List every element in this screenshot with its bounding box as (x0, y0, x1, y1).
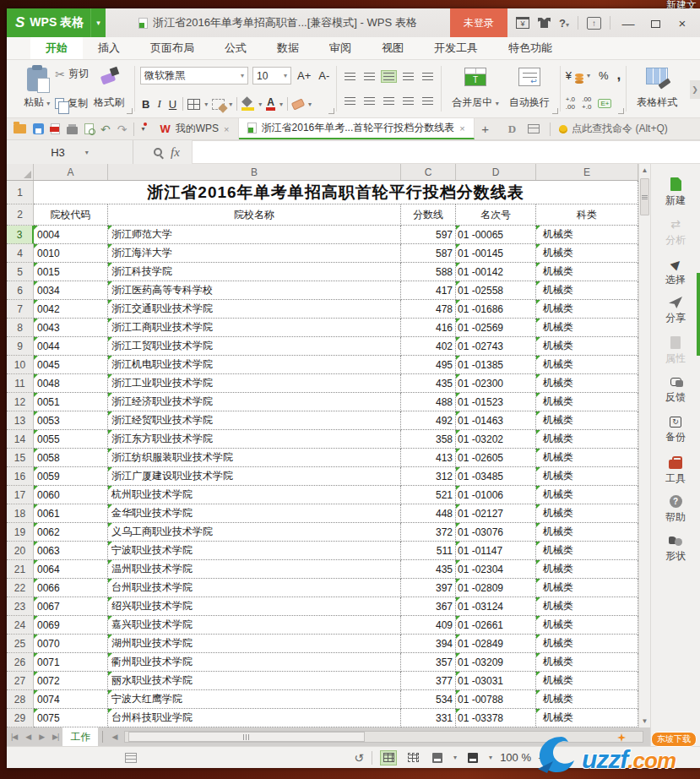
italic-button[interactable]: I (155, 97, 162, 111)
header-cell[interactable]: 院校代码 (34, 204, 108, 226)
cell-school-name[interactable]: 浙江工商职业技术学院 (108, 319, 401, 337)
cell-category[interactable]: 机械类 (536, 263, 638, 281)
cell-code[interactable]: 0053 (34, 411, 108, 430)
row-header[interactable]: 7 (7, 300, 34, 319)
cell-rank[interactable]: 01 -01686 (456, 300, 536, 319)
chevron-down-icon[interactable]: ▾ (90, 8, 100, 37)
row-header[interactable]: 5 (7, 263, 34, 281)
row-header[interactable]: 18 (7, 504, 34, 523)
open-file-icon[interactable] (14, 124, 26, 133)
cell-score[interactable]: 372 (401, 523, 456, 542)
cell-code[interactable]: 0072 (34, 672, 108, 690)
row-header[interactable]: 16 (7, 467, 34, 486)
cell-rank[interactable]: 01 -03485 (456, 467, 536, 486)
currency-format-button[interactable]: ¥▾ (566, 69, 590, 82)
search-icon[interactable] (154, 148, 162, 156)
cell-code[interactable]: 0067 (34, 597, 108, 616)
header-cell[interactable]: 院校名称 (108, 204, 401, 226)
cell-code[interactable]: 0075 (34, 709, 108, 727)
header-cell[interactable]: 分数线 (401, 204, 456, 226)
row-header[interactable]: 26 (7, 653, 34, 672)
cell-score[interactable]: 587 (401, 244, 456, 263)
scroll-up-icon[interactable]: ▲ (639, 164, 650, 177)
header-cell[interactable]: 名次号 (456, 204, 536, 226)
row-header[interactable]: 29 (7, 709, 34, 727)
bold-button[interactable]: B (140, 98, 151, 111)
cell-category[interactable]: 机械类 (536, 542, 638, 560)
distributed-button[interactable] (420, 95, 436, 107)
cell-code[interactable]: 0062 (34, 523, 108, 542)
header-cell[interactable]: 科类 (536, 204, 638, 226)
cell-score[interactable]: 358 (401, 430, 456, 449)
row-header[interactable]: 15 (7, 449, 34, 467)
cell-code[interactable]: 0074 (34, 690, 108, 709)
row-header[interactable]: 21 (7, 560, 34, 579)
justify-button[interactable] (400, 95, 416, 107)
cell-school-name[interactable]: 浙江机电职业技术学院 (108, 356, 401, 374)
cell-category[interactable]: 机械类 (536, 356, 638, 374)
row-header[interactable]: 12 (7, 393, 34, 411)
cell-school-name[interactable]: 义乌工商职业技术学院 (108, 523, 401, 542)
tab-insert[interactable]: 插入 (83, 37, 135, 59)
cell-school-name[interactable]: 台州科技职业学院 (108, 709, 401, 727)
cell-category[interactable]: 机械类 (536, 411, 638, 430)
cell-category[interactable]: 机械类 (536, 672, 638, 690)
underline-button[interactable]: U (167, 98, 178, 111)
cell-score[interactable]: 402 (401, 337, 456, 356)
sidebar-item-tools[interactable]: 工具 (665, 455, 686, 484)
tab-review[interactable]: 审阅 (314, 37, 366, 59)
align-right-button[interactable] (381, 95, 397, 107)
cell-rank[interactable]: 01 -03124 (456, 597, 536, 616)
wps-app-menu-button[interactable]: S WPS 表格 ▾ (7, 8, 106, 37)
cell-code[interactable]: 0070 (34, 635, 108, 653)
view-dropdown[interactable]: ▾ (453, 754, 457, 761)
row-header[interactable]: 24 (7, 616, 34, 635)
cell-school-name[interactable]: 浙江师范大学 (108, 226, 401, 244)
wrap-text-button[interactable]: 自动换行 (504, 65, 555, 112)
cell-school-name[interactable]: 浙江工业职业技术学院 (108, 374, 401, 393)
shrink-font-button[interactable]: A- (317, 69, 331, 82)
cell-school-name[interactable]: 温州职业技术学院 (108, 560, 401, 579)
row-header[interactable]: 3 (7, 226, 34, 244)
clear-format-dropdown[interactable]: ▾ (308, 101, 312, 108)
row-header[interactable]: 9 (7, 337, 34, 356)
column-header-a[interactable]: A (34, 164, 108, 180)
cell-score[interactable]: 478 (401, 300, 456, 319)
collapse-ribbon-icon[interactable]: ↑ (587, 17, 601, 30)
format-painter-button[interactable]: 格式刷 (89, 65, 129, 112)
grow-font-button[interactable]: A+ (296, 69, 312, 82)
cell-code[interactable]: 0063 (34, 542, 108, 560)
cell-school-name[interactable]: 浙江广厦建设职业技术学院 (108, 467, 401, 486)
print-icon[interactable] (67, 127, 78, 134)
tab-view[interactable]: 视图 (366, 37, 419, 59)
cell-code[interactable]: 0015 (34, 263, 108, 281)
borders-dropdown[interactable]: ▾ (204, 101, 208, 108)
merge-center-button[interactable]: 合并居中 ▾ (447, 65, 503, 112)
cell-category[interactable]: 机械类 (536, 393, 638, 411)
cell-category[interactable]: 机械类 (536, 226, 638, 244)
cell-score[interactable]: 534 (401, 690, 456, 709)
cell-rank[interactable]: 01 -02558 (456, 281, 536, 300)
sidebar-item-new[interactable]: 新建 (665, 177, 686, 206)
print-preview-icon[interactable] (84, 123, 94, 134)
cell-score[interactable]: 417 (401, 281, 456, 300)
font-name-select[interactable]: 微软雅黑▾ (140, 67, 248, 84)
login-button[interactable]: 未登录 (450, 8, 507, 37)
decrease-decimal-button[interactable]: .00 +.0 (582, 95, 591, 111)
row-header[interactable]: 25 (7, 635, 34, 653)
font-size-select[interactable]: 10▾ (252, 67, 291, 84)
increase-indent-button[interactable] (420, 70, 436, 83)
cell-rank[interactable]: 01 -00145 (456, 244, 536, 263)
cell-rank[interactable]: 01 -01385 (456, 356, 536, 374)
cell-rank[interactable]: 01 -03378 (456, 709, 536, 727)
copy-button[interactable]: 复制 (55, 96, 89, 111)
tab-page-layout[interactable]: 页面布局 (135, 37, 209, 59)
cell-category[interactable]: 机械类 (536, 430, 638, 449)
cell-score[interactable]: 413 (401, 449, 456, 467)
new-tab-button[interactable]: + (475, 118, 497, 139)
select-all-corner[interactable] (7, 164, 34, 180)
column-header-c[interactable]: C (401, 164, 456, 180)
cell-rank[interactable]: 01 -03202 (456, 430, 536, 449)
cell-school-name[interactable]: 杭州职业技术学院 (108, 486, 401, 504)
normal-view-button[interactable] (380, 750, 397, 765)
